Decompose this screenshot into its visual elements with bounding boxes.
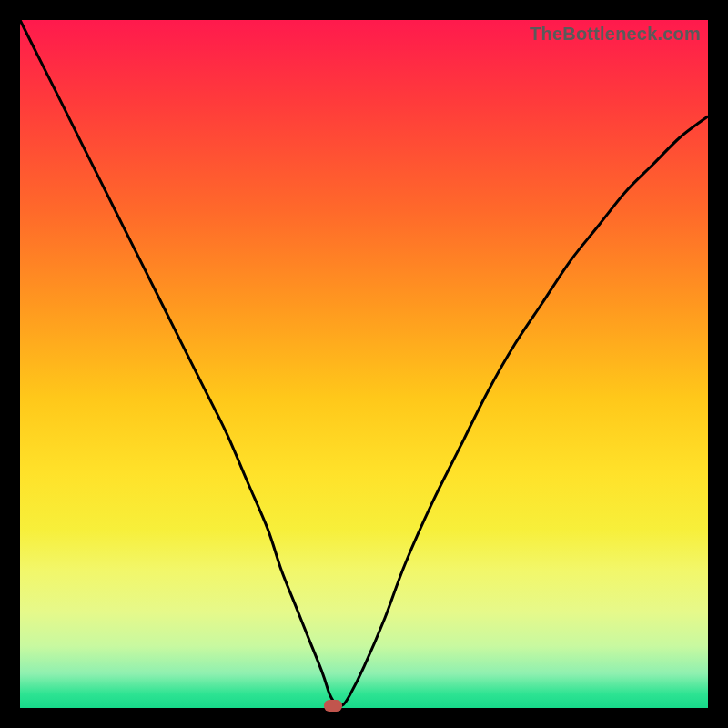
optimal-point-marker [324, 700, 342, 712]
bottleneck-curve [20, 20, 708, 708]
watermark-text: TheBottleneck.com [530, 24, 701, 45]
chart-frame: TheBottleneck.com [0, 0, 728, 728]
curve-path [20, 20, 708, 706]
